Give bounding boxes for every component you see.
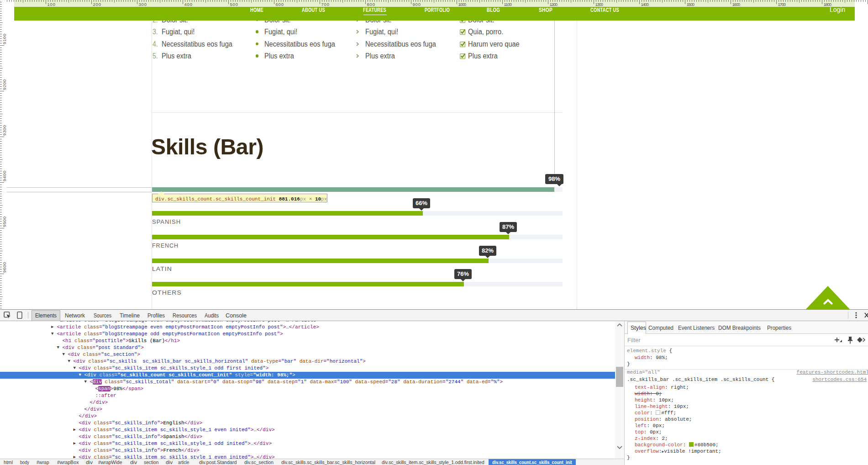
svg-text:1800: 1800: [824, 2, 832, 7]
svg-text:9300: 9300: [2, 125, 7, 136]
svg-text:9200: 9200: [2, 79, 7, 90]
svg-text:200: 200: [93, 2, 101, 7]
svg-text:700: 700: [321, 2, 330, 7]
svg-text:1100: 1100: [504, 2, 512, 7]
svg-text:1200: 1200: [550, 2, 558, 7]
svg-text:100: 100: [47, 2, 56, 7]
svg-text:9400: 9400: [2, 171, 7, 181]
svg-text:1600: 1600: [732, 2, 741, 7]
svg-text:9600: 9600: [2, 262, 7, 273]
svg-text:400: 400: [184, 2, 193, 7]
svg-text:600: 600: [276, 2, 284, 7]
svg-text:1700: 1700: [778, 2, 786, 7]
svg-text:1000: 1000: [458, 2, 467, 7]
svg-text:1400: 1400: [641, 2, 649, 7]
svg-text:9500: 9500: [2, 217, 7, 227]
svg-text:300: 300: [139, 2, 147, 7]
svg-text:1300: 1300: [595, 2, 604, 7]
svg-text:500: 500: [230, 2, 238, 7]
svg-text:9100: 9100: [2, 34, 7, 44]
svg-text:900: 900: [413, 2, 421, 7]
svg-text:800: 800: [367, 2, 375, 7]
svg-text:1500: 1500: [687, 2, 695, 7]
